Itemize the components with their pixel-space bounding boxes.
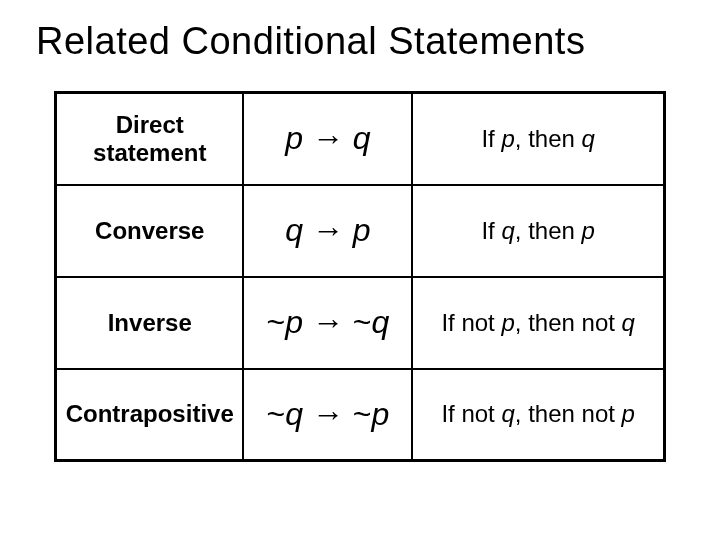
page-title: Related Conditional Statements <box>36 20 690 63</box>
row-symbol: p → q <box>243 93 412 185</box>
row-symbol: ~q → ~p <box>243 369 412 461</box>
row-english: If not q, then not p <box>412 369 664 461</box>
row-name: Directstatement <box>56 93 244 185</box>
table-row: Converse q → p If q, then p <box>56 185 665 277</box>
row-name: Converse <box>56 185 244 277</box>
row-symbol: ~p → ~q <box>243 277 412 369</box>
table-row: Inverse ~p → ~q If not p, then not q <box>56 277 665 369</box>
row-symbol: q → p <box>243 185 412 277</box>
row-english: If p, then q <box>412 93 664 185</box>
row-name: Contrapositive <box>56 369 244 461</box>
row-english: If not p, then not q <box>412 277 664 369</box>
row-english: If q, then p <box>412 185 664 277</box>
conditional-statements-table: Directstatement p → q If p, then q Conve… <box>54 91 666 462</box>
table-row: Contrapositive ~q → ~p If not q, then no… <box>56 369 665 461</box>
row-name: Inverse <box>56 277 244 369</box>
table-row: Directstatement p → q If p, then q <box>56 93 665 185</box>
